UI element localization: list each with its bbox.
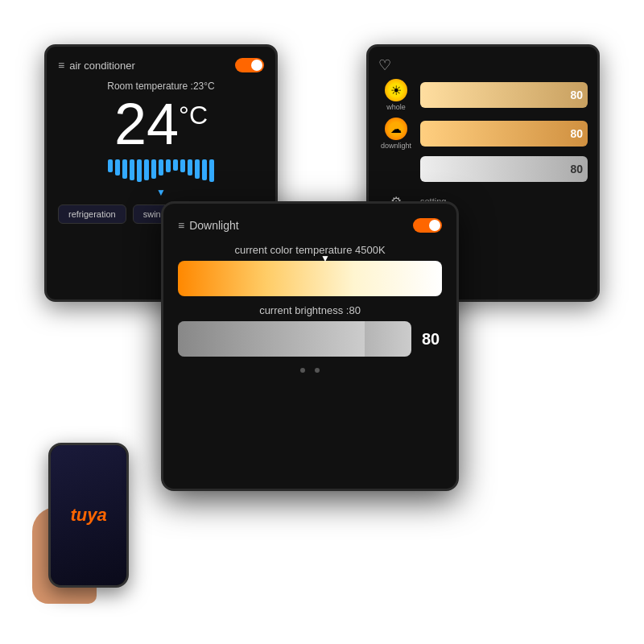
refrigeration-button[interactable]: refrigeration [58, 204, 126, 224]
downlight-row: ☁ downlight 80 [378, 118, 588, 150]
hamburger-icon: ≡ [58, 59, 64, 72]
whole-slider[interactable] [420, 82, 588, 108]
ct-indicator: ▼ [320, 253, 330, 264]
downlight-icon: ☁ downlight [378, 118, 414, 150]
whole-slider-wrap[interactable]: 80 [420, 82, 588, 108]
whole-icon: ☀ whole [378, 79, 414, 111]
brightness-slider-wrap: 80 [178, 321, 442, 357]
whole-row: ☀ whole 80 [378, 79, 588, 111]
heart-icon: ♡ [378, 56, 588, 74]
phone-wrap: tuya [32, 427, 137, 604]
sun-icon: ☀ [385, 79, 407, 101]
downlight-slider[interactable] [420, 121, 588, 147]
panel-dots [178, 368, 442, 373]
extra-value: 80 [570, 163, 583, 175]
downlight-label: downlight [381, 142, 411, 150]
dl-hamburger-icon: ≡ [178, 219, 184, 232]
extra-row: 80 [378, 156, 588, 182]
temp-indicator: ▼ [58, 187, 264, 198]
phone-screen: tuya [51, 445, 126, 585]
dot-1 [300, 368, 305, 373]
ct-label: current color temperature 4500K [178, 244, 442, 256]
brightness-label: current brightness :80 [178, 304, 442, 316]
ac-title: air conditioner [69, 60, 135, 72]
extra-icon-placeholder [378, 156, 414, 182]
dl-toggle[interactable] [413, 218, 442, 233]
dl-header: ≡ Downlight [178, 218, 442, 233]
ct-slider[interactable]: ▼ [178, 261, 442, 296]
moon-icon: ☁ [385, 118, 407, 140]
ac-toggle[interactable] [235, 58, 264, 72]
temperature-bars [58, 159, 264, 182]
downlight-value: 80 [570, 127, 583, 140]
room-temp-label: Room temperature :23°C [58, 80, 264, 92]
dl-title: Downlight [189, 219, 238, 232]
brightness-fill [178, 321, 365, 357]
ac-header: ≡ air conditioner [58, 58, 264, 72]
whole-label: whole [386, 103, 406, 111]
current-temp-display: 24°C [58, 95, 264, 153]
dot-2 [315, 368, 320, 373]
tuya-logo: tuya [70, 505, 106, 526]
extra-slider[interactable] [420, 156, 588, 182]
brightness-value: 80 [419, 330, 442, 349]
downlight-panel: ≡ Downlight current color temperature 45… [161, 201, 459, 491]
downlight-slider-wrap[interactable]: 80 [420, 121, 588, 147]
scene: ≡ air conditioner Room temperature :23°C… [0, 0, 644, 644]
phone-body: tuya [48, 443, 129, 588]
extra-slider-wrap[interactable]: 80 [420, 156, 588, 182]
brightness-slider[interactable] [178, 321, 411, 357]
whole-value: 80 [570, 89, 583, 101]
